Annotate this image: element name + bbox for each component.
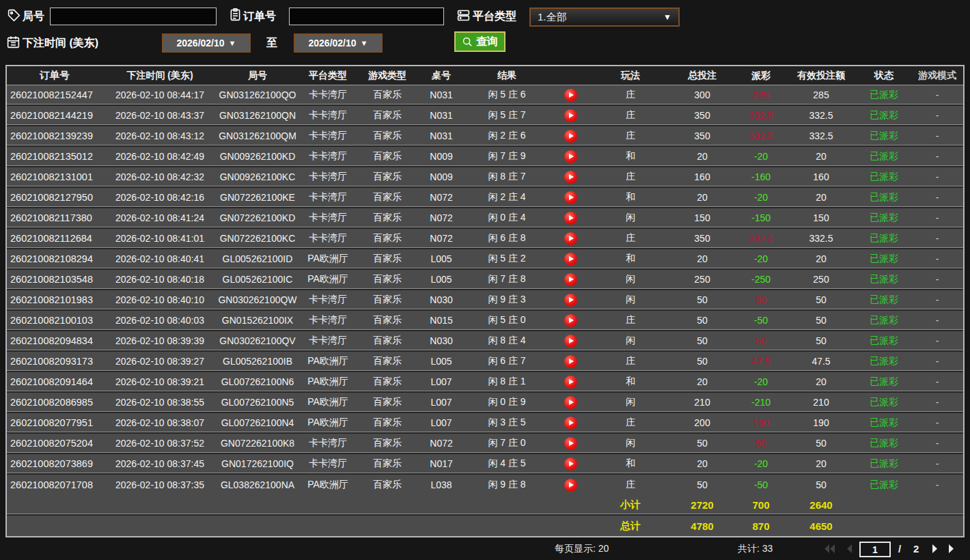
cell-order: 260210082077951 (7, 417, 102, 428)
cell-total: 50 (668, 315, 736, 326)
play-video-button[interactable] (564, 150, 577, 163)
date-from-picker[interactable]: 2026/02/10 ▼ (162, 33, 251, 53)
play-video-button[interactable] (564, 437, 577, 450)
first-page-button[interactable] (824, 544, 835, 557)
cell-round: GL007262100N5 (217, 397, 298, 408)
cell-result: 闲 5 庄 6 (466, 89, 548, 101)
bet-time-label: 下注时间 (美东) (23, 36, 98, 51)
cell-payout: -20 (736, 376, 786, 387)
cell-order: 260210082131001 (7, 171, 102, 182)
platform-type-select[interactable]: 1.全部 ▼ (529, 8, 680, 27)
cell-play_type: 和 (593, 376, 668, 388)
table-row: 2602100820717082026-02-10 08:37:35GL0382… (7, 475, 963, 495)
cell-payout: 50 (736, 335, 786, 346)
table-row: 2602100820738692026-02-10 08:37:45GN0172… (7, 454, 963, 475)
cell-payout: 285 (736, 89, 786, 100)
order-number-input[interactable] (289, 8, 444, 25)
cell-table_no: N015 (417, 315, 466, 326)
play-video-button[interactable] (564, 294, 577, 307)
cell-table_no: N072 (417, 212, 466, 223)
cell-time: 2026-02-10 08:43:37 (102, 110, 217, 121)
cell-result: 闲 0 庄 9 (466, 396, 548, 408)
query-button[interactable]: 查询 (454, 31, 505, 52)
cell-table_no: L005 (417, 253, 466, 264)
play-video-button[interactable] (564, 314, 577, 327)
cell-order: 260210082139239 (7, 130, 102, 141)
play-video-button[interactable] (564, 417, 577, 430)
cell-result: 闲 8 庄 1 (466, 376, 548, 388)
play-video-button[interactable] (564, 212, 577, 225)
cell-round: GN009262100KD (217, 151, 298, 162)
cell-time: 2026-02-10 08:41:24 (102, 212, 217, 223)
date-to-picker[interactable]: 2026/02/10 ▼ (294, 33, 383, 53)
cell-game: 百家乐 (358, 417, 417, 429)
cell-status: 已派彩 (857, 150, 911, 163)
prev-page-button[interactable] (844, 544, 855, 557)
cell-total: 160 (668, 171, 736, 182)
next-page-button[interactable] (929, 544, 941, 557)
play-icon (569, 420, 574, 425)
play-video-button[interactable] (564, 109, 577, 122)
table-row: 2602100821019832026-02-10 08:40:10GN0302… (7, 290, 963, 311)
page-number-input[interactable] (859, 542, 891, 557)
total-pages-label: 2 (913, 543, 919, 555)
table-row: 2602100821310012026-02-10 08:42:32GN0092… (7, 167, 963, 188)
cell-round: GN030262100QW (217, 294, 298, 305)
cell-table_no: L007 (417, 417, 466, 428)
cell-table_no: N017 (417, 458, 466, 469)
cell-payout: 332.5 (736, 233, 786, 244)
play-video-button[interactable] (564, 355, 577, 368)
cell-round: GN031262100QM (217, 130, 298, 141)
play-video-button[interactable] (564, 335, 577, 348)
cell-game: 百家乐 (358, 109, 417, 122)
cell-payout: -160 (736, 171, 786, 182)
play-video-button[interactable] (564, 232, 577, 245)
cell-round: GN072262100KD (217, 212, 298, 223)
cell-order: 260210082071708 (7, 479, 102, 490)
play-video-button[interactable] (564, 171, 577, 184)
cell-round: GN072262100K8 (217, 438, 298, 449)
cell-status: 已派彩 (857, 89, 911, 101)
play-cell (548, 437, 593, 450)
play-icon (569, 440, 574, 446)
cell-time: 2026-02-10 08:41:01 (102, 233, 217, 244)
platform-icon (456, 8, 471, 23)
cell-time: 2026-02-10 08:40:18 (102, 274, 217, 285)
cell-play_type: 和 (593, 191, 668, 204)
cell-payout: 332.5 (736, 130, 786, 141)
play-video-button[interactable] (564, 479, 577, 492)
play-cell (548, 130, 593, 143)
round-number-input[interactable] (50, 8, 217, 25)
column-header-play_type: 玩法 (593, 70, 668, 82)
prev-page-icon (844, 544, 855, 554)
play-video-button[interactable] (564, 396, 577, 409)
play-icon (569, 482, 574, 488)
cell-platform: PA欧洲厅 (298, 273, 358, 285)
subtotal-payout: 700 (736, 499, 786, 511)
subtotal-total-bet: 2720 (668, 499, 736, 511)
play-video-button[interactable] (564, 89, 577, 102)
cell-result: 闲 8 庄 4 (466, 335, 548, 347)
cell-time: 2026-02-10 08:40:10 (102, 294, 217, 305)
play-video-button[interactable] (564, 273, 577, 286)
cell-status: 已派彩 (857, 396, 911, 408)
cell-round: GL005262100IC (217, 274, 298, 285)
cell-platform: 卡卡湾厅 (298, 150, 358, 163)
play-video-button[interactable] (564, 376, 577, 389)
cell-valid: 250 (786, 274, 857, 285)
round-number-label: 局号 (23, 10, 44, 24)
cell-payout: -50 (736, 479, 786, 490)
play-video-button[interactable] (564, 191, 577, 204)
cell-total: 50 (668, 479, 736, 490)
play-video-button[interactable] (564, 458, 577, 471)
cell-table_no: N030 (417, 294, 466, 305)
play-cell (548, 417, 593, 430)
play-cell (548, 273, 593, 286)
cell-round: GN009262100KC (217, 171, 298, 182)
play-video-button[interactable] (564, 130, 577, 143)
cell-result: 闲 0 庄 4 (466, 212, 548, 224)
last-page-button[interactable] (948, 544, 960, 557)
cell-status: 已派彩 (857, 355, 911, 367)
cell-result: 闲 9 庄 8 (466, 479, 548, 491)
play-video-button[interactable] (564, 253, 577, 266)
